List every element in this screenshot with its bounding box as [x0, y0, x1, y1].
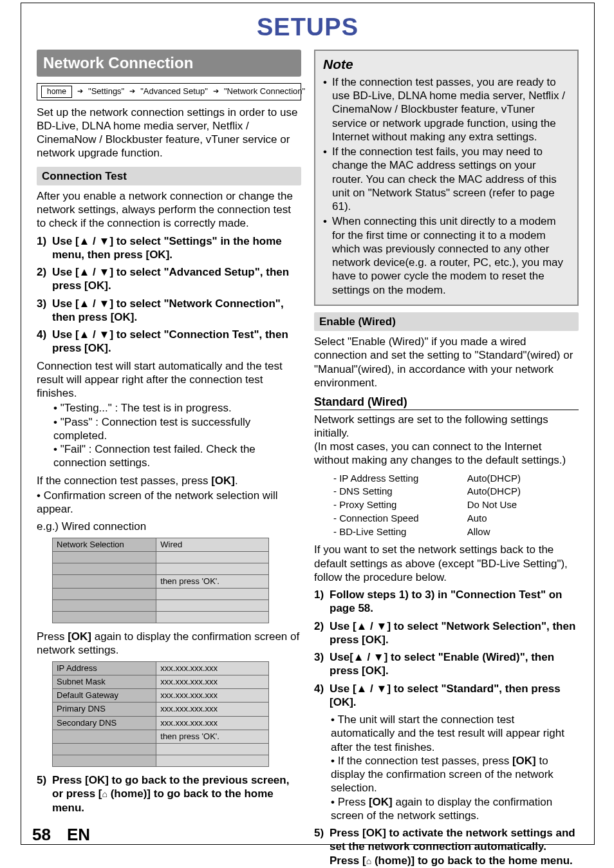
ip-settings-table: IP Addressxxx.xxx.xxx.xxx Subnet Maskxxx… — [52, 661, 269, 768]
page-language: EN — [67, 824, 90, 845]
connection-test-steps: 1)Use [▲ / ▼] to select "Settings" in th… — [37, 234, 301, 355]
arrow-icon: ➔ — [129, 87, 135, 96]
step4-bullet-a: The unit will start the connection test … — [331, 713, 579, 754]
home-icon — [102, 788, 107, 800]
test-result-list: "Testing..." : The test is in progress. … — [37, 401, 301, 469]
default-settings-table: IP Address SettingAuto(DHCP) DNS Setting… — [330, 471, 552, 540]
confirm-bullet: Confirmation screen of the network selec… — [37, 489, 301, 516]
page-frame: SETUPS Network Connection home ➔ "Settin… — [21, 3, 595, 845]
enable-step3: Use[▲ / ▼] to select "Enable (Wired)", t… — [330, 650, 579, 678]
step-3: Use [▲ / ▼] to select "Network Connectio… — [52, 297, 301, 325]
home-icon — [366, 854, 371, 867]
pass-instruction: If the connection test passes, press [OK… — [37, 474, 301, 487]
confirm-text: Confirmation screen of the network selec… — [37, 489, 301, 516]
note1-item1: If the connection test passes, you are r… — [332, 75, 570, 144]
enable-step4: Use [▲ / ▼] to select "Standard", then p… — [330, 682, 579, 710]
step4-bullet-c: Press [OK] again to display the confirma… — [331, 795, 579, 823]
right-column: Note If the connection test passes, you … — [314, 50, 579, 869]
after-step4: Connection test will start automatically… — [37, 359, 301, 401]
step4-sub-bullets: The unit will start the connection test … — [314, 713, 579, 822]
enable-step1: Follow steps 1) to 3) in "Connection Tes… — [330, 588, 579, 616]
page-title: SETUPS — [37, 12, 579, 43]
note-box-1: Note If the connection test passes, you … — [314, 50, 579, 306]
step-2: Use [▲ / ▼] to select "Advanced Setup", … — [52, 265, 301, 293]
enable-step5: Press [OK] to activate the network setti… — [330, 826, 579, 867]
subheading-enable-wired: Enable (Wired) — [314, 312, 579, 331]
breadcrumb-level2: "Advanced Setup" — [140, 86, 208, 97]
subheading-connection-test: Connection Test — [37, 167, 301, 185]
arrow-icon: ➔ — [77, 87, 83, 96]
enable-step2: Use [▲ / ▼] to select "Network Selection… — [330, 619, 579, 647]
result-fail: "Fail" : Connection test failed. Check t… — [53, 442, 301, 470]
breadcrumb-level1: "Settings" — [88, 86, 124, 97]
enable-steps: 1)Follow steps 1) to 3) in "Connection T… — [314, 588, 579, 709]
enable-intro: Select "Enable (Wired)" if you made a wi… — [314, 335, 579, 390]
example-label: e.g.) Wired connection — [37, 520, 301, 533]
page-number: 58 — [32, 824, 51, 845]
reset-instruction: If you want to set the network settings … — [314, 543, 579, 584]
standard-intro1: Network settings are set to the followin… — [314, 413, 579, 440]
section-heading: Network Connection — [37, 50, 301, 77]
breadcrumb-level3: "Network Connection" — [224, 86, 305, 97]
result-pass: "Pass" : Connection test is successfully… — [53, 415, 301, 443]
step4-bullet-b: If the connection test passes, press [OK… — [331, 754, 579, 795]
breadcrumb: home ➔ "Settings" ➔ "Advanced Setup" ➔ "… — [37, 83, 301, 100]
after-table1: Press [OK] again to display the confirma… — [37, 630, 301, 657]
step-4: Use [▲ / ▼] to select "Connection Test",… — [52, 328, 301, 355]
standard-intro2: (In most cases, you can connect to the I… — [314, 440, 579, 467]
note1-list: If the connection test passes, you are r… — [323, 75, 570, 297]
enable-step5-list: 5) Press [OK] to activate the network se… — [314, 826, 579, 867]
standard-wired-heading: Standard (Wired) — [314, 395, 579, 410]
two-column-layout: Network Connection home ➔ "Settings" ➔ "… — [37, 50, 579, 869]
connection-test-intro: After you enable a network connection or… — [37, 189, 301, 231]
note-title: Note — [323, 56, 570, 73]
left-column: Network Connection home ➔ "Settings" ➔ "… — [37, 50, 301, 869]
step5-list: 5)Press [OK] to go back to the previous … — [37, 773, 301, 815]
arrow-icon: ➔ — [213, 87, 219, 96]
note1-item2: If the connection test fails, you may ne… — [332, 145, 570, 213]
network-selection-table: Network SelectionWired then press 'OK'. — [52, 538, 269, 624]
step-1: Use [▲ / ▼] to select "Settings" in the … — [52, 234, 301, 262]
intro-text: Set up the network connection settings i… — [37, 106, 301, 160]
note1-item3: When connecting this unit directly to a … — [332, 214, 570, 297]
result-testing: "Testing..." : The test is in progress. — [53, 401, 301, 415]
breadcrumb-home: home — [41, 86, 72, 98]
step-5: Press [OK] to go back to the previous sc… — [52, 773, 301, 815]
